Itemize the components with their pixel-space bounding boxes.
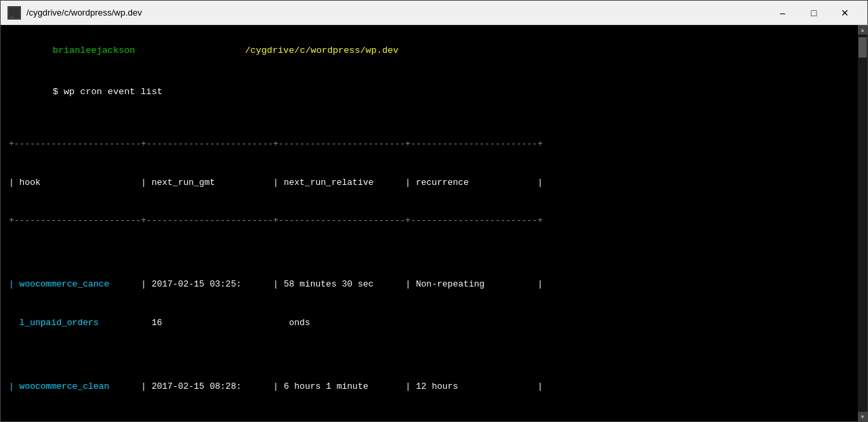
table-row: up_sessions 03 [9,419,850,421]
terminal-body: brianleejackson /cygdrive/c/wordpress/wp… [1,25,867,421]
current-path: /cygdrive/c/wordpress/wp.dev [245,45,398,56]
scrollbar[interactable]: ▲ ▼ [858,25,867,421]
minimize-button[interactable]: – [767,1,798,25]
scroll-down-arrow[interactable]: ▼ [858,412,867,421]
cron-table: +------------------------+--------------… [9,113,850,422]
scroll-track[interactable] [858,35,867,412]
window-controls: – □ ✕ [767,1,861,25]
table-row: | woocommerce_clean | 2017-02-15 08:28: … [9,381,850,394]
scroll-thumb[interactable] [859,37,867,58]
username: brianleejackson [53,45,136,56]
prompt-user-path: brianleejackson /cygdrive/c/wordpress/wp… [9,30,850,72]
table-header: | hook | next_run_gmt | next_run_relativ… [9,177,850,190]
terminal-content: brianleejackson /cygdrive/c/wordpress/wp… [9,30,859,421]
separator-top: +------------------------+--------------… [9,138,850,151]
window-title: /cygdrive/c/wordpress/wp.dev [26,7,767,18]
app-icon: _ [7,6,21,20]
command-line: $ wp cron event list [9,72,850,113]
table-row: l_unpaid_orders 16 onds [9,317,850,330]
table-row: | woocommerce_cance | 2017-02-15 03:25: … [9,278,850,291]
separator-header: +------------------------+--------------… [9,215,850,228]
title-bar: _ /cygdrive/c/wordpress/wp.dev – □ ✕ [1,1,867,25]
terminal-window: _ /cygdrive/c/wordpress/wp.dev – □ ✕ bri… [0,0,868,422]
svg-text:_: _ [10,9,15,18]
scroll-up-arrow[interactable]: ▲ [858,25,867,35]
close-button[interactable]: ✕ [829,1,861,25]
command-text: $ wp cron event list [53,87,163,97]
maximize-button[interactable]: □ [798,1,829,25]
